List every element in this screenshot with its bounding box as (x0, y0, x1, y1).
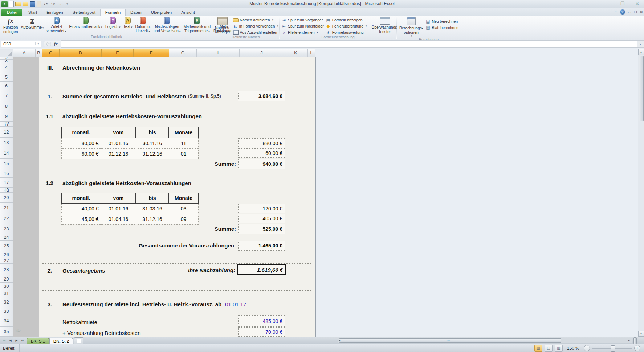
row-header-30[interactable]: 30 (0, 283, 13, 290)
table1-cell[interactable]: 11 (169, 138, 198, 148)
column-header-I[interactable]: I (197, 49, 240, 57)
tab-split-handle[interactable] (633, 337, 637, 344)
ribbon-button-financial[interactable]: Finanzmathematik▾ (68, 16, 104, 30)
expand-formula-bar-icon[interactable]: ˅ (637, 40, 644, 48)
section-number[interactable]: III. (47, 62, 53, 73)
row-header-28[interactable]: 28 (0, 264, 13, 275)
table2-header[interactable]: bis (136, 193, 169, 203)
table2-cell[interactable]: 09 (169, 214, 198, 224)
table1-cell[interactable]: 01.01.16 (101, 138, 136, 148)
row-header-16[interactable]: 16 (0, 169, 13, 178)
column-header-F[interactable]: F (134, 49, 169, 57)
table2-cell[interactable]: 45,00 € (61, 214, 101, 224)
table1-cell[interactable]: 80,00 € (61, 138, 101, 148)
row-header-34[interactable]: 34 (0, 315, 13, 327)
grand-total-cell[interactable]: 1.465,00 € (238, 241, 285, 251)
row-header-15[interactable]: 15 (0, 159, 13, 169)
grand-total-label[interactable]: Gesamtsumme der Vorauszahlungen: (122, 242, 236, 249)
table2-header[interactable]: monatl. (61, 193, 101, 203)
row-header-7[interactable]: 7 (0, 90, 13, 101)
row-header-33[interactable]: 33 (0, 307, 13, 315)
row-header-8[interactable]: 8 (0, 101, 13, 111)
calculation-options-button[interactable]: Berechnungs- optionen▾ (398, 16, 424, 38)
minimize-window-icon[interactable]: — (603, 1, 613, 7)
table2-sum-label[interactable]: Summe: (158, 226, 236, 232)
row-header-9[interactable]: 9 (0, 111, 13, 122)
item3-number[interactable]: 3. (48, 300, 52, 308)
table2-cell[interactable]: 01.04.16 (101, 214, 136, 224)
table1-result-cell[interactable]: 60,00 € (238, 148, 285, 158)
sheet-tab-bk-s-1[interactable]: BK, S.1 (27, 338, 49, 344)
remove-arrows-button[interactable]: ⨯ Pfeile entfernen▾ (281, 29, 325, 35)
row-header-3[interactable]: 3 (0, 60, 13, 62)
row-header-11[interactable]: 11 (0, 124, 13, 127)
insert-worksheet-tab[interactable] (74, 337, 83, 344)
row-header-13[interactable]: 13 (0, 138, 13, 148)
rent-label[interactable]: Nettokaltmiete (62, 318, 97, 326)
prepay-label[interactable]: + Vorauszahlung Betriebskosten (62, 328, 141, 337)
table1-sum-cell[interactable]: 940,00 € (238, 159, 285, 169)
page-layout-view-icon[interactable]: ▤ (545, 345, 553, 352)
column-header-D[interactable]: D (60, 49, 102, 57)
zoom-out-icon[interactable]: − (584, 345, 590, 351)
table1-cell[interactable]: 01 (169, 148, 198, 159)
prev-sheet-icon[interactable]: ◀ (8, 338, 13, 343)
workbook-minimize-icon[interactable]: ▭ (628, 10, 631, 14)
table1-sum-label[interactable]: Summe: (158, 161, 236, 167)
column-header-B[interactable]: B (36, 49, 42, 57)
ribbon-button-lookup[interactable]: Nachschlagenund Verweisen▾ (152, 16, 182, 34)
create-from-selection-button[interactable]: Aus Auswahl erstellen (232, 29, 280, 35)
row-header-21[interactable]: 21 (0, 203, 13, 213)
outside-print-area[interactable] (13, 57, 39, 337)
item2-number[interactable]: 2. (48, 265, 52, 275)
row-header-6[interactable]: 6 (0, 82, 13, 90)
last-sheet-icon[interactable]: ⏭ (20, 338, 25, 343)
name-manager-button[interactable]: Namens- Manager (213, 16, 232, 34)
item12-number[interactable]: 1.2 (46, 178, 53, 188)
ribbon-tab-einfügen[interactable]: Einfügen (42, 9, 68, 16)
ribbon-tab-ansicht[interactable]: Ansicht (176, 9, 200, 16)
evaluate-formula-button[interactable]: ƒ Formelauswertung (325, 29, 368, 35)
ribbon-tab-datei[interactable]: Datei (1, 9, 22, 16)
row-header-10[interactable]: 10 (0, 122, 13, 124)
table2-result-cell[interactable]: 120,00 € (238, 204, 285, 213)
table1-cell[interactable]: 31.12.16 (136, 148, 169, 159)
ribbon-button-recent[interactable]: ★Zuletztverwendet▾ (45, 16, 68, 34)
item3-label-row[interactable]: Neufestsetzung der Miete incl. Betriebs-… (62, 300, 246, 308)
prepay-value-cell[interactable]: 70,00 € (238, 327, 285, 337)
workbook-restore-icon[interactable]: ❐ (634, 10, 637, 14)
restore-window-icon[interactable]: ❐ (618, 1, 627, 7)
ribbon-tab-überprüfen[interactable]: Überprüfen (146, 9, 177, 16)
scroll-down-icon[interactable]: ▼ (638, 331, 644, 337)
row-header-5[interactable]: 5 (0, 73, 13, 82)
scroll-right-icon[interactable]: ▸ (628, 339, 630, 342)
table1-header[interactable]: monatl. (61, 127, 101, 138)
column-header-G[interactable]: G (169, 49, 197, 57)
next-sheet-icon[interactable]: ▶ (14, 338, 19, 343)
calculate-sheet-button[interactable]: ▦ Blatt berechnen (424, 25, 460, 30)
table1-header[interactable]: bis (136, 127, 169, 138)
row-header-18[interactable]: 18 (0, 188, 13, 190)
help-icon[interactable]: ? (620, 9, 625, 15)
workbook-close-icon[interactable]: ⊠ (640, 10, 643, 14)
table2-header[interactable]: Monate (169, 193, 198, 203)
column-header-E[interactable]: E (102, 49, 134, 57)
row-header-35[interactable]: 35 (0, 327, 13, 337)
item1-value-cell[interactable]: 3.084,60 € (238, 91, 285, 101)
table1-cell[interactable]: 60,00 € (61, 148, 101, 159)
item1-number[interactable]: 1. (48, 91, 52, 101)
table2-result-cell[interactable]: 405,00 € (238, 214, 285, 223)
column-header-J[interactable]: J (240, 49, 284, 57)
watch-window-button[interactable]: Überwachungs- fenster (370, 16, 400, 34)
row-header-17[interactable]: 17 (0, 178, 13, 188)
trace-dependents-button[interactable]: ⇤ Spur zum Nachfolger (281, 23, 325, 29)
page-break-view-icon[interactable]: ▥ (555, 345, 563, 352)
ribbon-button-text[interactable]: AText▾ (122, 16, 134, 30)
select-all-corner[interactable] (0, 49, 13, 57)
table1-result-cell[interactable]: 880,00 € (238, 138, 285, 148)
table2-cell[interactable]: 40,00 € (61, 203, 101, 214)
first-sheet-icon[interactable]: ⏮ (1, 338, 7, 343)
zoom-level[interactable]: 150 % (567, 346, 579, 351)
error-checking-button[interactable]: ◆ Fehlerüberprüfung▾ (325, 23, 368, 29)
insert-function-icon[interactable]: fx (54, 41, 58, 47)
